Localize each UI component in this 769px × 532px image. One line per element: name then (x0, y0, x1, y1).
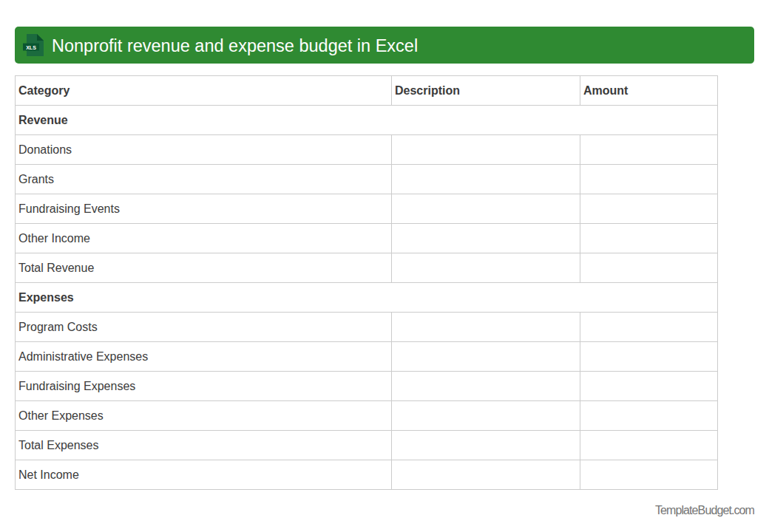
svg-text:XLS: XLS (26, 44, 36, 50)
